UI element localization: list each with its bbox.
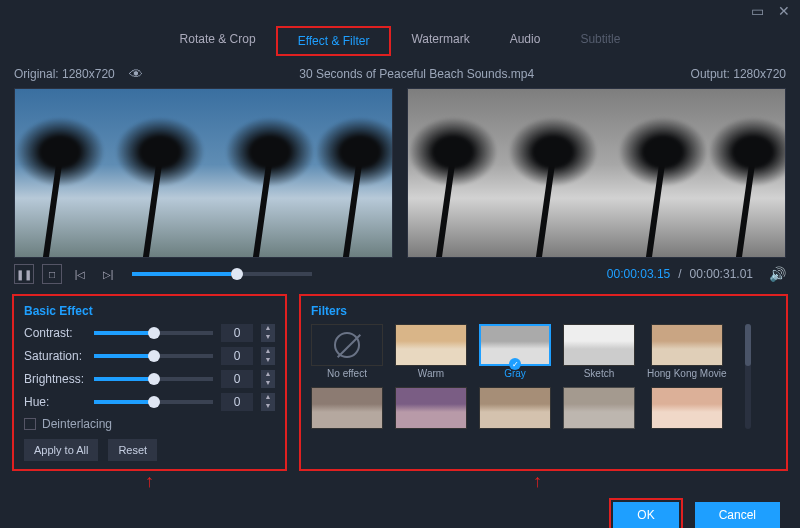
time-current: 00:00:03.15 <box>607 267 670 281</box>
deinterlacing-checkbox[interactable]: Deinterlacing <box>24 417 275 431</box>
annotation-arrow-icon: ↑ <box>287 471 788 492</box>
filter-hong-kong[interactable] <box>651 324 723 366</box>
contrast-up[interactable]: ▲ <box>261 324 275 333</box>
hue-value[interactable]: 0 <box>221 393 253 411</box>
filter-row2-1[interactable] <box>311 387 383 429</box>
filters-panel: Filters No effect Warm ✓ Gray <box>299 294 788 471</box>
hue-up[interactable]: ▲ <box>261 393 275 402</box>
time-duration: 00:00:31.01 <box>690 267 753 281</box>
filter-row2-4[interactable] <box>563 387 635 429</box>
filename: 30 Seconds of Peaceful Beach Sounds.mp4 <box>143 67 691 81</box>
preview-eye-icon[interactable]: 👁 <box>129 66 143 82</box>
tab-rotate-crop[interactable]: Rotate & Crop <box>160 26 276 56</box>
check-icon: ✓ <box>509 358 521 370</box>
contrast-label: Contrast: <box>24 326 86 340</box>
hue-slider[interactable] <box>94 400 213 404</box>
tab-watermark[interactable]: Watermark <box>391 26 489 56</box>
brightness-up[interactable]: ▲ <box>261 370 275 379</box>
original-resolution: Original: 1280x720 <box>14 67 115 81</box>
saturation-value[interactable]: 0 <box>221 347 253 365</box>
filter-sketch-label: Sketch <box>584 368 615 379</box>
filter-hong-kong-label: Hong Kong Movie <box>647 368 727 379</box>
preview-output <box>407 88 786 258</box>
pause-button[interactable]: ❚❚ <box>14 264 34 284</box>
saturation-label: Saturation: <box>24 349 86 363</box>
time-sep: / <box>678 267 681 281</box>
brightness-label: Brightness: <box>24 372 86 386</box>
contrast-slider[interactable] <box>94 331 213 335</box>
seek-slider[interactable] <box>132 272 312 276</box>
tab-bar: Rotate & Crop Effect & Filter Watermark … <box>0 22 800 64</box>
minimize-icon[interactable]: ▭ <box>751 3 764 19</box>
basic-effect-title: Basic Effect <box>24 304 275 318</box>
annotation-arrow-icon: ↑ <box>12 471 287 492</box>
prev-frame-button[interactable]: |◁ <box>70 264 90 284</box>
contrast-value[interactable]: 0 <box>221 324 253 342</box>
filter-warm-label: Warm <box>418 368 444 379</box>
tab-effect-filter[interactable]: Effect & Filter <box>276 26 392 56</box>
apply-to-all-button[interactable]: Apply to All <box>24 439 98 461</box>
filter-gray[interactable]: ✓ <box>479 324 551 366</box>
contrast-down[interactable]: ▼ <box>261 333 275 342</box>
reset-button[interactable]: Reset <box>108 439 157 461</box>
preview-original <box>14 88 393 258</box>
basic-effect-panel: Basic Effect Contrast: 0 ▲▼ Saturation: … <box>12 294 287 471</box>
brightness-down[interactable]: ▼ <box>261 379 275 388</box>
filter-row2-2[interactable] <box>395 387 467 429</box>
filters-scrollbar[interactable] <box>745 324 751 429</box>
filter-row2-5[interactable] <box>651 387 723 429</box>
cancel-button[interactable]: Cancel <box>695 502 780 528</box>
tab-audio[interactable]: Audio <box>490 26 561 56</box>
filter-row2-3[interactable] <box>479 387 551 429</box>
brightness-value[interactable]: 0 <box>221 370 253 388</box>
filter-no-effect[interactable] <box>311 324 383 366</box>
saturation-slider[interactable] <box>94 354 213 358</box>
filter-sketch[interactable] <box>563 324 635 366</box>
saturation-down[interactable]: ▼ <box>261 356 275 365</box>
output-resolution: Output: 1280x720 <box>691 67 786 81</box>
close-icon[interactable]: ✕ <box>778 3 790 19</box>
stop-button[interactable]: □ <box>42 264 62 284</box>
hue-down[interactable]: ▼ <box>261 402 275 411</box>
saturation-up[interactable]: ▲ <box>261 347 275 356</box>
next-frame-button[interactable]: ▷| <box>98 264 118 284</box>
filter-no-effect-label: No effect <box>327 368 367 379</box>
brightness-slider[interactable] <box>94 377 213 381</box>
hue-label: Hue: <box>24 395 86 409</box>
tab-subtitle[interactable]: Subtitle <box>560 26 640 56</box>
volume-icon[interactable]: 🔊 <box>769 266 786 282</box>
filter-warm[interactable] <box>395 324 467 366</box>
ok-button[interactable]: OK <box>613 502 678 528</box>
filters-title: Filters <box>311 304 776 318</box>
